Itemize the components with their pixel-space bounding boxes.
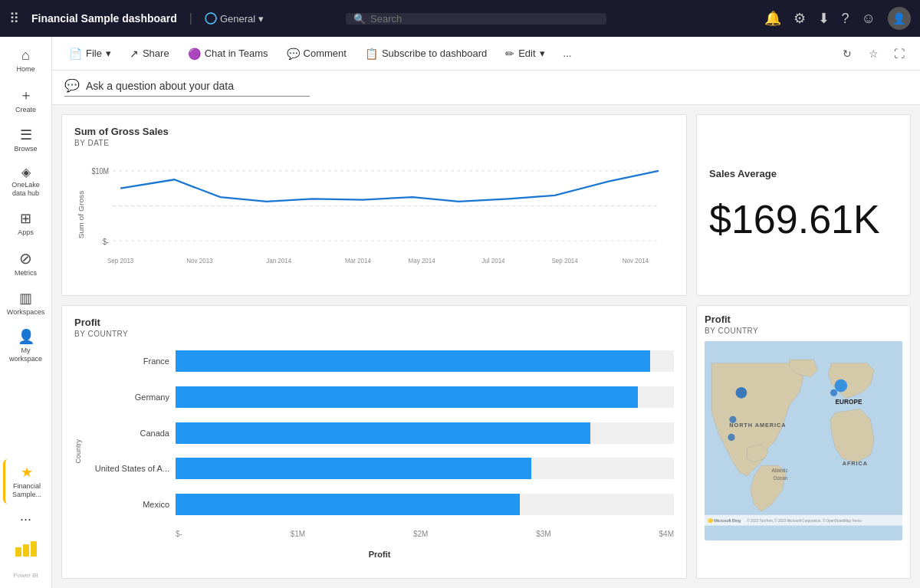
sidebar-item-my-workspace[interactable]: 👤 My workspace xyxy=(3,324,49,368)
bar-row-canada: Canada xyxy=(85,419,674,447)
bar-wrapper-germany xyxy=(176,386,674,408)
line-chart-area: $10M $- Sum of Gross Sep 2013 Nov 2013 J… xyxy=(74,153,674,276)
line-chart-title: Sum of Gross Sales xyxy=(74,126,674,137)
ask-bar-inner[interactable]: 💬 Ask a question about your data xyxy=(64,78,310,97)
x-label-2: $2M xyxy=(413,530,428,538)
svg-text:EUROPE: EUROPE xyxy=(835,398,862,406)
edit-label: Edit xyxy=(518,48,535,59)
chat-label: Chat in Teams xyxy=(205,48,268,59)
apps-grid-icon[interactable]: ⠿ xyxy=(9,10,19,27)
download-icon[interactable]: ⬇ xyxy=(818,10,830,27)
sidebar-label-onelake: OneLake data hub xyxy=(9,181,43,198)
sidebar-item-metrics[interactable]: ⊘ Metrics xyxy=(3,245,49,282)
sidebar-label-home: Home xyxy=(16,65,34,74)
line-chart-svg: $10M $- Sum of Gross Sep 2013 Nov 2013 J… xyxy=(74,153,674,276)
comment-button[interactable]: 💬 Comment xyxy=(279,44,354,63)
sidebar-item-home[interactable]: ⌂ Home xyxy=(3,43,49,78)
map-title: Profit xyxy=(705,314,902,325)
workspaces-icon: ▥ xyxy=(19,290,32,307)
svg-text:Sep 2013: Sep 2013 xyxy=(107,256,134,264)
share-button[interactable]: ↗ Share xyxy=(122,44,177,63)
subscribe-icon: 📋 xyxy=(365,48,378,60)
bar-label-france: France xyxy=(85,356,169,366)
svg-text:Sum of Gross: Sum of Gross xyxy=(77,190,85,238)
dashboard-grid: Sum of Gross Sales BY DATE $10M $- Sum o… xyxy=(52,105,920,588)
bar-label-canada: Canada xyxy=(85,429,169,438)
bar-chart-subtitle: BY COUNTRY xyxy=(74,330,674,338)
svg-text:© 2023 TomTom, © 2023 Microsof: © 2023 TomTom, © 2023 Microsoft Corporat… xyxy=(747,518,862,523)
bar-chart-y-axis-label: Country xyxy=(74,439,82,464)
map-tile: Profit BY COUNTRY xyxy=(696,305,911,579)
map-subtitle: BY COUNTRY xyxy=(705,327,902,335)
main-layout: ⌂ Home ＋ Create ☰ Browse ◈ OneLake data … xyxy=(0,37,920,588)
fullscreen-button[interactable]: ⛶ xyxy=(888,42,911,65)
user-avatar[interactable]: 👤 xyxy=(888,7,911,30)
notifications-icon[interactable]: 🔔 xyxy=(764,10,781,27)
map-svg: NORTH AMERICA EUROPE Atlantic Ocean AFRI… xyxy=(705,341,902,540)
bar-wrapper-canada xyxy=(176,422,674,444)
svg-text:NORTH AMERICA: NORTH AMERICA xyxy=(729,422,786,429)
apps-icon: ⊞ xyxy=(20,210,31,227)
favorite-button[interactable]: ☆ xyxy=(862,42,885,65)
onelake-icon: ◈ xyxy=(21,165,31,179)
content-area: 📄 File ▾ ↗ Share 🟣 Chat in Teams 💬 Comme… xyxy=(52,37,920,588)
bar-x-axis-title: Profit xyxy=(85,550,674,559)
sales-avg-value: $169.61K xyxy=(709,196,880,242)
svg-text:Ocean: Ocean xyxy=(773,475,787,481)
search-input[interactable] xyxy=(370,13,599,25)
settings-icon[interactable]: ⚙ xyxy=(794,10,806,27)
search-bar[interactable]: 🔍 xyxy=(346,13,606,25)
file-button[interactable]: 📄 File ▾ xyxy=(61,44,119,63)
bar-rows: France Germany xyxy=(85,344,674,559)
line-chart-subtitle: BY DATE xyxy=(74,139,674,147)
svg-text:Mar 2014: Mar 2014 xyxy=(345,256,371,264)
feedback-icon[interactable]: ☺ xyxy=(862,11,876,27)
more-icon: ··· xyxy=(20,511,31,527)
bar-fill-germany xyxy=(176,386,638,408)
sales-avg-title: Sales Average xyxy=(709,168,777,179)
svg-point-25 xyxy=(830,389,837,396)
svg-text:Nov 2013: Nov 2013 xyxy=(186,256,213,264)
bar-fill-mexico xyxy=(176,494,520,515)
more-button[interactable]: ... xyxy=(556,44,580,62)
svg-point-21 xyxy=(736,387,748,399)
bar-row-mexico: Mexico xyxy=(85,491,674,518)
share-icon: ↗ xyxy=(130,48,139,60)
svg-text:AFRICA: AFRICA xyxy=(843,460,868,467)
bar-fill-france xyxy=(176,350,650,372)
svg-text:Atlantic: Atlantic xyxy=(772,468,789,473)
sidebar-item-onelake[interactable]: ◈ OneLake data hub xyxy=(3,160,49,202)
refresh-button[interactable]: ↻ xyxy=(836,42,859,65)
app-title: Financial Sample dashboard xyxy=(31,12,177,25)
sidebar-item-apps[interactable]: ⊞ Apps xyxy=(3,205,49,241)
bar-label-usa: United States of A... xyxy=(85,464,169,473)
browse-icon: ☰ xyxy=(20,126,32,143)
sidebar-item-more[interactable]: ··· xyxy=(3,507,49,532)
metrics-icon: ⊘ xyxy=(19,249,32,268)
bar-wrapper-mexico xyxy=(176,494,674,515)
subscribe-label: Subscribe to dashboard xyxy=(382,48,487,59)
ask-question-bar[interactable]: 💬 Ask a question about your data xyxy=(52,71,920,105)
bar-fill-usa xyxy=(176,458,531,479)
svg-text:$10M: $10M xyxy=(92,167,110,176)
sidebar-label-my-workspace: My workspace xyxy=(9,347,43,363)
bar-row-france: France xyxy=(85,347,674,375)
workspace-selector[interactable]: General ▾ xyxy=(205,12,264,25)
map-container: NORTH AMERICA EUROPE Atlantic Ocean AFRI… xyxy=(705,341,902,540)
sidebar-item-workspaces[interactable]: ▥ Workspaces xyxy=(3,285,49,321)
sidebar-label-workspaces: Workspaces xyxy=(7,308,44,317)
help-icon[interactable]: ? xyxy=(842,11,849,27)
sidebar-item-create[interactable]: ＋ Create xyxy=(3,81,49,119)
workspace-dropdown-icon: ▾ xyxy=(258,13,264,25)
chat-in-teams-button[interactable]: 🟣 Chat in Teams xyxy=(180,44,276,63)
share-label: Share xyxy=(143,48,169,59)
edit-button[interactable]: ✏ Edit ▾ xyxy=(498,44,552,63)
create-icon: ＋ xyxy=(19,86,33,104)
teams-icon: 🟣 xyxy=(188,48,201,60)
subscribe-button[interactable]: 📋 Subscribe to dashboard xyxy=(357,44,495,63)
sidebar-item-browse[interactable]: ☰ Browse xyxy=(3,122,49,158)
ask-icon: 💬 xyxy=(64,78,80,93)
sidebar-item-financial-sample[interactable]: ★ Financial Sample... xyxy=(3,459,49,504)
sidebar-label-browse: Browse xyxy=(14,145,37,153)
comment-icon: 💬 xyxy=(287,48,300,60)
